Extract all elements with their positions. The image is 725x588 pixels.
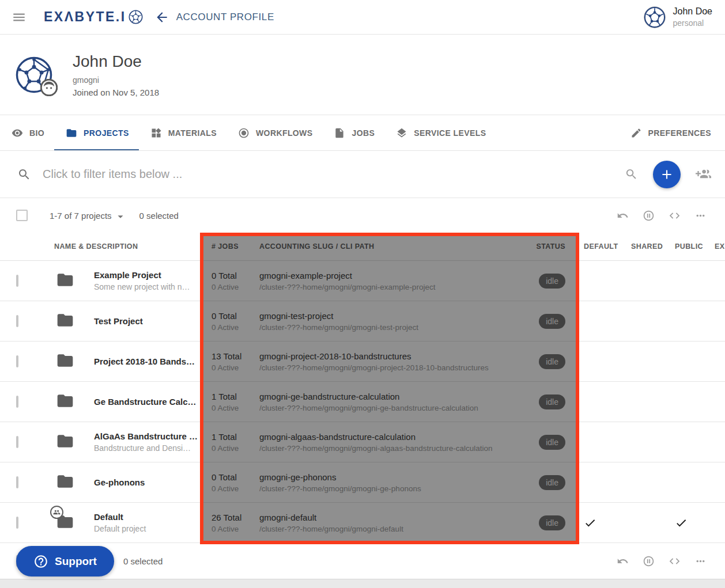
eye-icon [12,127,23,139]
tab-label: BIO [29,128,44,138]
table-row[interactable]: Example Project Some new project with n…… [0,261,725,301]
table-row[interactable]: AlGaAs Bandstructure … Bandstructure and… [0,422,725,462]
document-icon [334,127,345,139]
column-header-slug: ACCOUNTING SLUG / CLI PATH [248,242,516,251]
accounting-slug: gmogni-ge-bandstructure-calculation [259,392,516,401]
search-icon [17,168,31,181]
accounting-slug: gmogni-default [259,513,516,522]
more-options-icon[interactable] [694,555,707,567]
support-button[interactable]: Support [16,546,114,576]
exabyte-logo[interactable]: EXΛBYTE.I [44,9,143,25]
user-menu[interactable]: John Doe personal [643,6,713,29]
default-check-icon [584,517,596,529]
row-checkbox[interactable] [16,436,18,448]
table-row[interactable]: Ge-phonons 0 Total 0 Active gmogni-ge-ph… [0,462,725,503]
app-bar: EXΛBYTE.I ACCOUNT PROFILE [0,0,725,35]
jobs-total: 0 Total [212,311,248,321]
pencil-icon [630,127,642,139]
user-name: John Doe [673,6,713,18]
jobs-total: 1 Total [212,432,248,442]
public-check-icon [675,517,688,529]
status-badge: idle [539,435,565,450]
logo-ball-icon [129,10,143,24]
tab-label: PREFERENCES [648,128,711,138]
layers-icon [396,127,407,139]
tab-materials[interactable]: MATERIALS [150,115,217,150]
status-badge: idle [539,314,565,329]
accounting-slug: gmogni-example-project [259,271,516,280]
back-arrow-icon[interactable] [154,10,169,25]
folder-icon [56,271,74,289]
table-row[interactable]: Project 2018-10 Bands… 13 Total 0 Active… [0,342,725,382]
page-background-strip [0,579,725,588]
tab-jobs[interactable]: JOBS [334,115,375,150]
jobs-total: 1 Total [212,392,248,401]
status-badge: idle [539,354,565,369]
accounting-slug: gmogni-algaas-bandstructure-calculation [259,432,516,442]
project-description: Bandstructure and Densi… [94,443,200,453]
tab-preferences[interactable]: PREFERENCES [630,115,711,150]
search-action-icon[interactable] [625,168,638,181]
column-header-shared: SHARED [625,242,670,251]
filter-input[interactable] [43,168,625,181]
column-header-default: DEFAULT [579,242,625,251]
pagination-range: 1-7 of 7 projects [50,211,112,221]
column-header-status: STATUS [516,242,579,251]
row-checkbox[interactable] [16,275,18,287]
list-toolbar: 1-7 of 7 projects 0 selected [0,198,725,233]
profile-section: John Doe gmogni Joined on Nov 5, 2018 [0,35,725,115]
undo-icon[interactable] [617,555,629,567]
radio-icon [238,127,250,139]
pause-circle-icon[interactable] [643,555,655,567]
column-header-external: EX [709,242,725,251]
project-name: Ge-phonons [94,477,200,487]
tab-projects[interactable]: PROJECTS [66,115,129,150]
jobs-total: 0 Total [212,472,248,482]
page-title: ACCOUNT PROFILE [176,12,274,23]
row-checkbox[interactable] [16,476,18,488]
tab-label: MATERIALS [168,128,217,138]
table-row[interactable]: Test Project 0 Total 0 Active gmogni-tes… [0,301,725,342]
jobs-total: 0 Total [212,271,248,280]
code-icon[interactable] [669,555,681,567]
tab-workflows[interactable]: WORKFLOWS [238,115,312,150]
row-checkbox[interactable] [16,517,18,529]
tab-service-levels[interactable]: SERVICE LEVELS [396,115,486,150]
tab-label: SERVICE LEVELS [414,128,486,138]
jobs-total: 13 Total [212,351,248,361]
selected-count: 0 selected [139,211,179,221]
add-people-icon[interactable] [696,166,711,182]
select-all-checkbox[interactable] [16,210,28,221]
chevron-down-icon[interactable] [114,210,127,223]
tab-label: WORKFLOWS [256,128,312,138]
project-description: Some new project with n… [94,282,200,291]
row-checkbox[interactable] [16,315,18,327]
table-row[interactable]: Ge Bandstructure Calc… 1 Total 0 Active … [0,382,725,422]
undo-icon[interactable] [617,210,629,222]
add-project-button[interactable] [653,161,681,188]
code-icon[interactable] [669,210,681,222]
profile-username: gmogni [73,75,159,85]
cli-path: /cluster-???-home/gmogni/gmogni-test-pro… [259,323,516,332]
column-header-public: PUBLIC [670,242,709,251]
folder-icon [66,127,77,139]
table-row[interactable]: Default Default project 26 Total 0 Activ… [0,503,725,543]
row-checkbox[interactable] [16,396,18,408]
folder-icon [56,351,74,370]
menu-icon[interactable] [12,10,27,25]
pause-circle-icon[interactable] [643,210,655,222]
table-body: Example Project Some new project with n…… [0,261,725,543]
accounting-slug: gmogni-test-project [259,311,516,321]
selected-count-bottom: 0 selected [123,556,163,566]
project-name: Test Project [94,316,200,326]
folder-icon [56,392,74,410]
cli-path: /cluster-???-home/gmogni/gmogni-ge-bands… [259,404,516,412]
tab-bio[interactable]: BIO [12,115,44,150]
avatar [643,6,666,29]
row-checkbox[interactable] [16,355,18,367]
more-options-icon[interactable] [694,210,707,222]
cli-path: /cluster-???-home/gmogni/gmogni-ge-phono… [259,484,516,493]
help-icon [33,554,48,569]
filter-bar [0,151,725,198]
cli-path: /cluster-???-home/gmogni/gmogni-example-… [259,283,516,291]
